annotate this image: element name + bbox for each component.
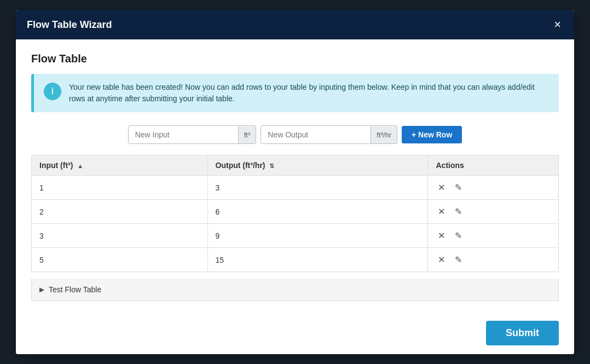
- modal-header: Flow Table Wizard ×: [16, 10, 574, 39]
- input-row: ft³ ft³/hr + New Row: [31, 125, 559, 144]
- output-cell: 15: [207, 248, 428, 272]
- info-text: Your new table has been created! Now you…: [69, 82, 549, 105]
- modal-body: Flow Table i Your new table has been cre…: [16, 39, 574, 312]
- flow-table-wizard-modal: Flow Table Wizard × Flow Table i Your ne…: [16, 10, 574, 354]
- new-output-group: ft³/hr: [261, 125, 397, 144]
- info-icon: i: [44, 83, 61, 100]
- delete-row-button[interactable]: ✕: [436, 181, 447, 194]
- delete-row-button[interactable]: ✕: [436, 253, 447, 266]
- submit-button[interactable]: Submit: [486, 321, 559, 345]
- new-input-field[interactable]: [129, 126, 238, 143]
- output-cell: 3: [207, 176, 428, 200]
- sort-input-icon[interactable]: ▲: [77, 163, 83, 169]
- input-cell: 5: [32, 248, 208, 272]
- input-cell: 3: [32, 224, 208, 248]
- table-row: 2 6 ✕ ✎: [32, 200, 559, 224]
- test-row-label: Test Flow Table: [49, 285, 101, 294]
- table-row: 3 9 ✕ ✎: [32, 224, 559, 248]
- actions-cell: ✕ ✎: [428, 248, 559, 272]
- modal-footer: Submit: [16, 312, 574, 354]
- actions-cell: ✕ ✎: [428, 176, 559, 200]
- new-output-field[interactable]: [261, 126, 371, 143]
- col-actions-header: Actions: [428, 155, 559, 176]
- flow-table: Input (ft³) ▲ Output (ft³/hr) ⇅ Actions …: [31, 155, 559, 272]
- section-title: Flow Table: [31, 53, 559, 65]
- table-row: 5 15 ✕ ✎: [32, 248, 559, 272]
- actions-cell: ✕ ✎: [428, 224, 559, 248]
- actions-cell: ✕ ✎: [428, 200, 559, 224]
- col-input-header: Input (ft³) ▲: [32, 155, 208, 176]
- table-row: 1 3 ✕ ✎: [32, 176, 559, 200]
- edit-row-button[interactable]: ✎: [453, 253, 464, 266]
- edit-row-button[interactable]: ✎: [453, 229, 464, 242]
- test-row-arrow-icon: ▶: [39, 286, 44, 293]
- delete-row-button[interactable]: ✕: [436, 205, 447, 218]
- input-cell: 1: [32, 176, 208, 200]
- modal-title: Flow Table Wizard: [27, 19, 112, 31]
- delete-row-button[interactable]: ✕: [436, 229, 447, 242]
- edit-row-button[interactable]: ✎: [453, 181, 464, 194]
- new-input-group: ft³: [128, 125, 257, 144]
- info-banner: i Your new table has been created! Now y…: [31, 74, 559, 112]
- test-flow-table-row[interactable]: ▶ Test Flow Table: [31, 279, 559, 301]
- output-cell: 6: [207, 200, 428, 224]
- output-unit-label: ft³/hr: [371, 126, 397, 143]
- input-cell: 2: [32, 200, 208, 224]
- edit-row-button[interactable]: ✎: [453, 205, 464, 218]
- modal-backdrop: Flow Table Wizard × Flow Table i Your ne…: [0, 0, 590, 364]
- col-output-header: Output (ft³/hr) ⇅: [207, 155, 428, 176]
- input-unit-label: ft³: [238, 126, 256, 143]
- output-cell: 9: [207, 224, 428, 248]
- sort-output-icon[interactable]: ⇅: [269, 163, 274, 169]
- new-row-button[interactable]: + New Row: [402, 126, 462, 143]
- modal-close-button[interactable]: ×: [552, 19, 563, 31]
